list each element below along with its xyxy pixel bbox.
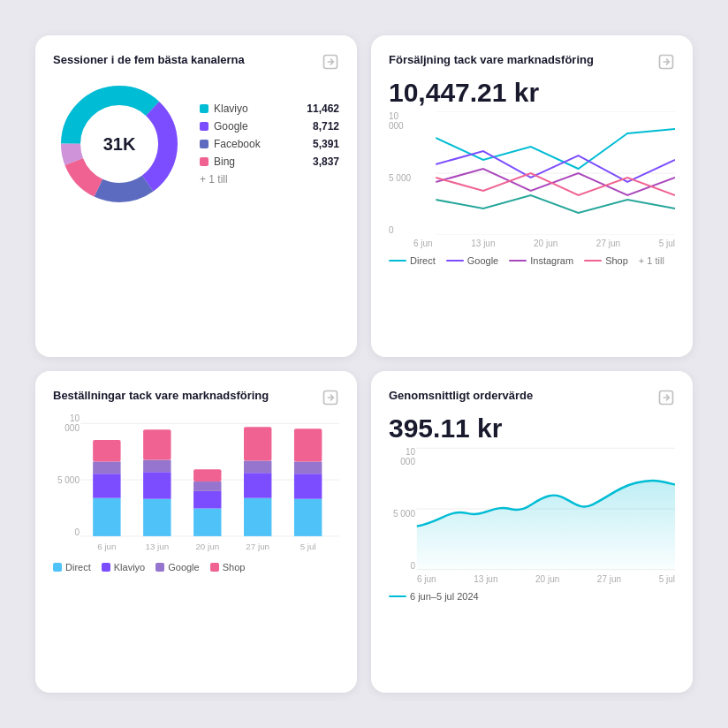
- legend-line-google2: [446, 260, 464, 262]
- bar-chart-svg: 6 jun 13 jun 20 jun 27 jun 5 jul: [53, 413, 339, 555]
- svg-rect-18: [93, 461, 120, 474]
- x-label-5: 5 jul: [659, 239, 675, 248]
- export-icon-2[interactable]: [657, 53, 675, 71]
- svg-rect-19: [93, 440, 120, 462]
- card1-header: Sessioner i de fem bästa kanalerna: [53, 53, 339, 71]
- legend-item-klaviyo: Klaviyo 11,462: [200, 102, 339, 115]
- x-label-1: 6 jun: [413, 239, 433, 248]
- export-icon-4[interactable]: [657, 389, 675, 406]
- legend-color-facebook: [200, 140, 209, 148]
- export-icon-3[interactable]: [322, 389, 339, 406]
- svg-rect-33: [294, 474, 322, 498]
- svg-text:27 jun: 27 jun: [246, 542, 269, 551]
- sales-card: Försäljning tack vare marknadsföring 10,…: [371, 35, 693, 357]
- legend-dot-shop3: [210, 563, 219, 572]
- card3-header: Beställningar tack vare marknadsföring: [53, 389, 339, 406]
- card4-x-labels: 6 jun 13 jun 20 jun 27 jun 5 jul: [389, 574, 675, 584]
- card4-x4: 27 jun: [597, 574, 621, 584]
- donut-total: 31K: [103, 134, 136, 155]
- card4-value: 395.11 kr: [389, 413, 675, 444]
- card2-chart: 10 000 5 000 0: [389, 111, 675, 266]
- card3-legend: Direct Klaviyo Google Shop: [53, 562, 339, 573]
- legend-color-google: [200, 122, 209, 131]
- y-label-mid: 5 000: [389, 173, 413, 183]
- legend-dot-google3: [155, 563, 164, 572]
- svg-rect-35: [294, 428, 322, 461]
- svg-rect-17: [93, 474, 120, 497]
- legend-label-direct: Direct: [410, 255, 436, 266]
- legend-line-instagram: [509, 260, 527, 262]
- legend-more-2[interactable]: + 1 till: [639, 255, 664, 266]
- card2-x-labels: 6 jun 13 jun 20 jun 27 jun 5 jul: [389, 239, 675, 248]
- legend-dot-klaviyo3: [102, 563, 110, 572]
- svg-text:5 jul: 5 jul: [300, 542, 316, 551]
- legend-label-facebook: Facebook: [214, 138, 307, 150]
- x-label-3: 20 jun: [534, 239, 557, 248]
- dashboard: Sessioner i de fem bästa kanalerna: [0, 0, 728, 728]
- svg-rect-21: [143, 472, 171, 498]
- card2-title: Försäljning tack vare marknadsföring: [389, 53, 594, 66]
- svg-rect-23: [143, 429, 171, 459]
- legend-klaviyo-3: Klaviyo: [102, 562, 145, 573]
- legend-value-bing: 3,837: [313, 155, 339, 168]
- svg-rect-34: [294, 461, 322, 474]
- svg-rect-16: [93, 498, 120, 536]
- svg-rect-24: [193, 508, 221, 535]
- card4-x1: 6 jun: [417, 574, 436, 584]
- legend-label-klaviyo: Klaviyo: [214, 102, 301, 115]
- legend-dot-direct3: [53, 563, 62, 572]
- legend-item-google: Google 8,712: [200, 120, 339, 133]
- legend-shop: Shop: [584, 255, 628, 266]
- legend-label-instagram: Instagram: [530, 255, 573, 266]
- svg-text:20 jun: 20 jun: [195, 542, 219, 551]
- legend-date-label: 6 jun–5 jul 2024: [410, 591, 479, 602]
- card3-y-top: 10 000: [53, 413, 80, 433]
- legend-instagram: Instagram: [509, 255, 573, 266]
- card2-header: Försäljning tack vare marknadsföring: [389, 53, 675, 71]
- x-label-2: 13 jun: [471, 239, 495, 248]
- donut-legend: Klaviyo 11,462 Google 8,712 Facebook 5,3…: [200, 102, 339, 186]
- card4-y-top: 10 000: [389, 447, 415, 466]
- legend-direct: Direct: [389, 255, 436, 266]
- donut-section: 31K Klaviyo 11,462 Google 8,712 Facebook…: [53, 78, 339, 210]
- legend-lbl-google3: Google: [168, 562, 199, 573]
- card4-y-mid: 5 000: [389, 509, 415, 519]
- x-label-4: 27 jun: [596, 239, 620, 248]
- legend-shop-3: Shop: [210, 562, 246, 573]
- legend-line-date: [389, 595, 406, 597]
- legend-date-range: 6 jun–5 jul 2024: [389, 591, 479, 602]
- legend-lbl-shop3: Shop: [223, 562, 246, 573]
- y-label-bot: 0: [389, 225, 413, 235]
- legend-label-shop: Shop: [605, 255, 628, 266]
- svg-rect-20: [143, 499, 171, 536]
- svg-rect-29: [244, 473, 271, 497]
- legend-color-klaviyo: [200, 104, 209, 113]
- card4-x5: 5 jul: [659, 574, 675, 584]
- legend-line-direct: [389, 260, 406, 262]
- legend-label-more2: + 1 till: [639, 255, 664, 266]
- legend-label-google2: Google: [467, 255, 498, 266]
- y-label-top: 10 000: [389, 111, 413, 131]
- card1-title: Sessioner i de fem bästa kanalerna: [53, 53, 245, 66]
- area-chart-svg: [389, 447, 675, 571]
- legend-value-klaviyo: 11,462: [307, 102, 339, 115]
- card2-value: 10,447.21 kr: [389, 78, 675, 108]
- card3-chart-area: 10 000 5 000 0: [53, 413, 339, 573]
- legend-label-bing: Bing: [214, 155, 307, 168]
- legend-google-2: Google: [446, 255, 498, 266]
- legend-direct-3: Direct: [53, 562, 91, 573]
- legend-google-3: Google: [155, 562, 199, 573]
- card2-legend: Direct Google Instagram Shop + 1 till: [389, 255, 675, 266]
- svg-rect-27: [193, 469, 221, 482]
- card3-y-bot: 0: [53, 527, 80, 537]
- line-chart-svg: [389, 111, 675, 235]
- legend-lbl-klaviyo3: Klaviyo: [114, 562, 145, 573]
- card4-x2: 13 jun: [474, 574, 497, 584]
- svg-rect-32: [294, 499, 322, 536]
- svg-rect-25: [193, 491, 221, 509]
- export-icon-1[interactable]: [322, 53, 339, 71]
- svg-rect-31: [244, 427, 271, 460]
- donut-chart: 31K: [53, 78, 186, 210]
- legend-value-facebook: 5,391: [313, 138, 339, 150]
- card3-title: Beställningar tack vare marknadsföring: [53, 389, 269, 402]
